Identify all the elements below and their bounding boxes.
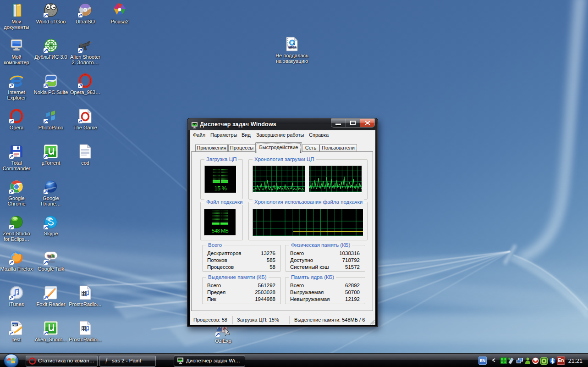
svg-text:PDF: PDF (12, 323, 18, 326)
svg-text:talk: talk (47, 254, 55, 258)
svg-text:MPG4: MPG4 (288, 46, 297, 49)
